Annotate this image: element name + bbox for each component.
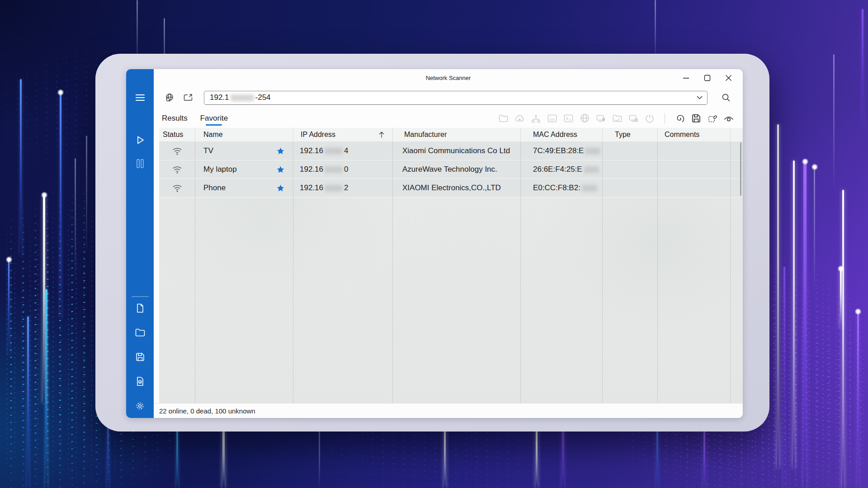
pause-scan-button[interactable] [134,158,146,169]
wifi-icon [172,147,182,155]
toolbar: 192.1-254 [154,87,743,108]
favorite-star-icon[interactable] [277,166,284,173]
manufacturer: XIAOMI Electronics,CO.,LTD [402,183,501,192]
ip-range-prefix: 192.1 [210,93,229,102]
titlebar: Network Scanner [154,69,743,87]
main-area: Network Scanner [154,69,743,418]
folder-icon [135,328,145,337]
ssh-icon: >_SSH [547,114,557,123]
manufacturer: AzureWave Technology Inc. [402,165,497,174]
shared-folders-button[interactable] [612,113,622,123]
sidebar-divider [132,296,149,297]
app-window: Network Scanner [126,69,743,418]
redacted-ip-segment [325,166,343,173]
table-row[interactable]: My laptop 192.160 AzureWave Technology I… [159,160,743,179]
power-button[interactable] [645,113,655,123]
column-header-ip[interactable]: IP Address [293,128,393,141]
local-ip-button[interactable] [183,93,193,103]
column-header-mac[interactable]: MAC Address [521,128,603,141]
action-bar-divider [665,113,665,124]
window-controls [681,73,743,83]
pause-icon [136,159,145,169]
open-folder-button[interactable] [498,113,508,123]
column-header-type[interactable]: Type [603,128,658,141]
save-file-button[interactable] [134,351,146,363]
search-icon [722,93,731,102]
sort-ascending-icon [378,131,385,138]
ip-prefix: 192.16 [300,146,323,155]
open-file-button[interactable] [134,327,146,338]
ip-dropdown-button[interactable] [695,94,704,101]
table-row[interactable]: TV 192.164 Xiaomi Communications Co Ltd … [159,142,743,160]
minimize-button[interactable] [681,73,691,83]
column-header-comments[interactable]: Comments [658,128,731,141]
table-row[interactable]: Phone 192.162 XIAOMI Electronics,CO.,LTD… [159,179,743,197]
active-tab-indicator [206,124,222,126]
shared-folder-icon [613,114,622,122]
power-icon [645,114,654,123]
screen-share-icon [183,93,193,102]
menu-button[interactable] [134,92,146,103]
wake-device-icon [515,114,524,123]
ssh-session-button[interactable]: >_SSH [547,113,557,123]
ip-range-input[interactable]: 192.1-254 [204,91,708,105]
save-icon [692,114,701,123]
minimize-icon [683,75,689,81]
sidebar [126,69,154,418]
ip-range-suffix: -254 [255,93,271,102]
save-results-button[interactable] [691,113,701,123]
settings-button[interactable] [134,400,146,412]
column-header-name[interactable]: Name [195,128,293,141]
hamburger-icon [136,94,145,101]
svg-text:SSH: SSH [550,118,555,121]
mac-address: 7C:49:EB:28:E [533,146,584,155]
network-upload-icon [531,114,541,123]
services-button[interactable] [675,113,685,123]
open-folder-icon [499,114,508,122]
mac-address: 26:6E:F4:25:E [533,165,582,174]
remote-install-button[interactable] [531,113,541,123]
scrollbar-thumb[interactable] [740,142,741,196]
redacted-ip-segment [231,94,254,101]
tablet-frame: Network Scanner [95,54,769,432]
visibility-button[interactable] [724,113,734,123]
eye-icon [724,114,734,122]
start-scan-button[interactable] [134,134,146,146]
device-name: TV [203,146,213,155]
document-icon [136,303,145,313]
device-name: My laptop [203,165,237,174]
tab-favorite-label: Favorite [200,114,228,123]
play-icon [135,135,146,145]
favorite-star-icon[interactable] [277,184,284,192]
close-button[interactable] [723,73,734,83]
export-file-button[interactable] [134,375,146,387]
column-header-manufacturer[interactable]: Manufacturer [393,128,521,141]
ip-suffix: 0 [344,165,348,174]
mac-address: E0:CC:F8:B2: [533,183,580,192]
tab-results[interactable]: Results [162,108,188,128]
maximize-button[interactable] [702,73,712,83]
wipe-icon [708,114,717,123]
ip-detect-button[interactable] [165,93,175,103]
wake-device-button[interactable] [514,113,524,123]
column-header-status[interactable]: Status [159,128,195,141]
ip-suffix: 4 [344,146,348,155]
svg-text:>_: >_ [551,115,553,118]
wipe-results-button[interactable] [708,113,717,123]
table-body: TV 192.164 Xiaomi Communications Co Ltd … [159,142,743,403]
new-file-button[interactable] [134,302,146,314]
chevron-down-icon [697,96,703,99]
wifi-icon [172,165,182,174]
redacted-ip-segment [325,148,343,155]
terminal-button[interactable] [563,113,573,123]
add-device-button[interactable] [628,113,638,123]
search-button[interactable] [721,93,731,103]
tab-favorite[interactable]: Favorite [200,108,228,128]
maximize-icon [704,75,711,81]
document-export-icon [136,376,145,386]
close-icon [725,75,732,81]
monitor-plus-icon [629,114,638,123]
favorite-star-icon[interactable] [277,147,284,155]
remote-desktop-button[interactable] [596,113,606,123]
web-browser-button[interactable] [580,113,590,123]
